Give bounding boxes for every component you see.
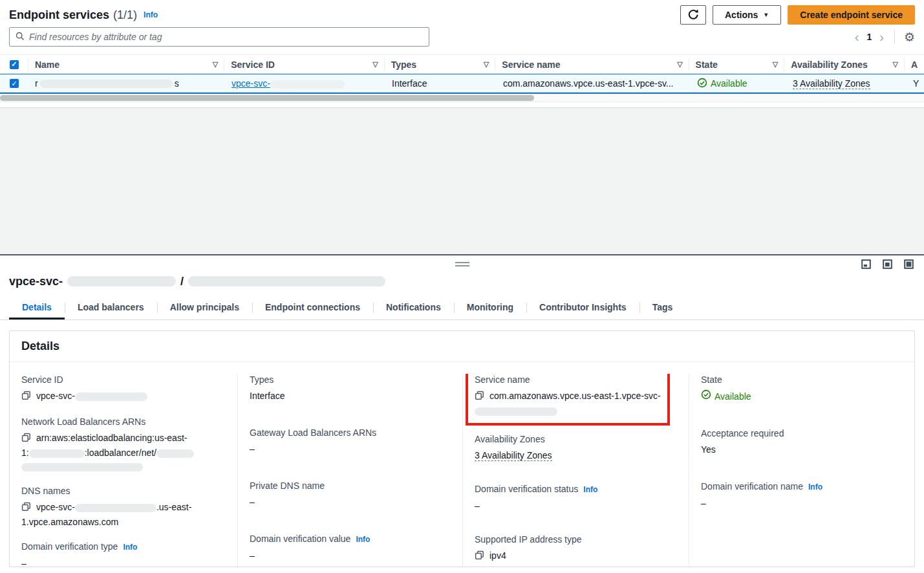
endpoint-services-table: ✓ Name ▽ Service ID ▽ Types ▽ Service na… xyxy=(0,54,924,107)
horizontal-scrollbar-thumb[interactable] xyxy=(0,95,534,101)
header-actions: Actions ▼ Create endpoint service xyxy=(680,5,915,25)
field-domain-verification-type: Domain verification typeInfo – xyxy=(21,541,226,567)
header-info-link[interactable]: Info xyxy=(144,10,158,19)
copy-icon[interactable] xyxy=(21,434,31,444)
redacted-account-id xyxy=(29,449,85,458)
tab-notifications[interactable]: Notifications xyxy=(373,296,454,319)
row-name-cell: r s xyxy=(28,78,225,89)
field-glb-arns: Gateway Load Balancers ARNs – xyxy=(250,427,451,456)
info-link[interactable]: Info xyxy=(808,482,822,492)
column-header-availability-zones[interactable]: Availability Zones ▽ xyxy=(784,55,905,74)
column-header-acceptance-truncated[interactable]: A xyxy=(905,55,924,74)
tab-endpoint-connections[interactable]: Endpoint connections xyxy=(252,296,373,319)
sort-icon[interactable]: ▽ xyxy=(213,60,218,69)
details-column-2: Types Interface Gateway Load Balancers A… xyxy=(238,374,463,567)
next-page-icon[interactable]: › xyxy=(878,30,885,43)
copy-icon[interactable] xyxy=(475,552,484,562)
redacted-name xyxy=(40,80,173,88)
details-column-4: State Available Acceptance required xyxy=(689,374,914,567)
previous-page-icon[interactable]: ‹ xyxy=(854,30,861,43)
field-state: State Available xyxy=(701,374,903,404)
state-available: Available xyxy=(701,389,903,404)
search-input[interactable] xyxy=(29,32,423,42)
copy-icon[interactable] xyxy=(21,503,31,514)
panel-title-separator: / xyxy=(180,275,184,288)
column-header-types[interactable]: Types ▽ xyxy=(385,55,496,74)
column-header-state[interactable]: State ▽ xyxy=(689,55,785,74)
split-panel: vpce-svc- / Details Load balancers Allow… xyxy=(0,254,924,573)
tab-tags[interactable]: Tags xyxy=(639,296,686,319)
sort-icon[interactable]: ▽ xyxy=(773,60,778,69)
row-service-id-cell: vpce-svc- xyxy=(225,78,385,89)
details-card-title: Details xyxy=(10,331,914,362)
field-domain-verification-status: Domain verification statusInfo – xyxy=(475,483,677,513)
select-all-cell: ✓ xyxy=(0,55,28,74)
row-checkbox[interactable]: ✓ xyxy=(10,79,19,88)
availability-zones-popover-trigger[interactable]: 3 Availability Zones xyxy=(793,78,870,89)
divider xyxy=(894,30,895,44)
info-link[interactable]: Info xyxy=(583,485,597,494)
info-link[interactable]: Info xyxy=(356,535,370,544)
row-availability-zones-cell: 3 Availability Zones xyxy=(786,78,907,89)
split-panel-header-bar xyxy=(0,255,924,272)
table-pagination: ‹ 1 › ⚙ xyxy=(854,30,915,44)
tab-load-balancers[interactable]: Load balancers xyxy=(65,296,157,319)
panel-position-full-icon[interactable] xyxy=(904,259,914,269)
search-icon xyxy=(16,32,25,43)
page-title: Endpoint services xyxy=(9,8,109,22)
redacted-lb-name xyxy=(156,449,194,458)
column-header-service-id[interactable]: Service ID ▽ xyxy=(224,55,384,74)
service-name-highlight-box: Service name com.amazonaws.vpce.us-east-… xyxy=(466,374,670,426)
tab-details[interactable]: Details xyxy=(9,296,65,319)
redacted-value xyxy=(475,407,557,416)
horizontal-scrollbar[interactable] xyxy=(0,94,924,102)
tab-allow-principals[interactable]: Allow principals xyxy=(157,296,252,319)
service-id-link[interactable]: vpce-svc- xyxy=(231,78,345,89)
row-types-cell: Interface xyxy=(385,78,497,89)
field-domain-verification-value: Domain verification valueInfo – xyxy=(250,533,451,563)
panel-position-split-icon[interactable] xyxy=(883,259,892,269)
redacted-value xyxy=(75,504,156,512)
tab-monitoring[interactable]: Monitoring xyxy=(454,296,526,319)
current-page[interactable]: 1 xyxy=(866,32,872,42)
availability-zones-popover-trigger[interactable]: 3 Availability Zones xyxy=(475,450,552,461)
search-box[interactable] xyxy=(9,27,429,47)
sort-icon[interactable]: ▽ xyxy=(892,60,897,69)
field-service-name: Service name com.amazonaws.vpce.us-east-… xyxy=(475,374,661,418)
actions-button[interactable]: Actions ▼ xyxy=(713,5,781,25)
refresh-button[interactable] xyxy=(680,5,706,25)
panel-title-prefix: vpce-svc- xyxy=(9,275,63,288)
table-settings-gear-icon[interactable]: ⚙ xyxy=(904,31,915,43)
column-header-service-name[interactable]: Service name ▽ xyxy=(495,55,689,74)
redacted-value xyxy=(75,393,147,401)
sort-icon[interactable]: ▽ xyxy=(372,60,378,69)
tab-contributor-insights[interactable]: Contributor Insights xyxy=(526,296,639,319)
row-state-cell: Available xyxy=(691,78,786,90)
column-header-name[interactable]: Name ▽ xyxy=(28,55,224,74)
details-card: Details Service ID vpce-svc- Network Loa… xyxy=(9,330,915,567)
row-select-cell: ✓ xyxy=(0,79,28,88)
copy-icon[interactable] xyxy=(475,392,484,402)
field-types: Types Interface xyxy=(250,374,451,403)
details-column-3: Service name com.amazonaws.vpce.us-east-… xyxy=(463,374,689,567)
search-row: ‹ 1 › ⚙ xyxy=(0,26,924,54)
field-supported-ip-type: Supported IP address type ipv4 xyxy=(475,534,677,564)
table-row[interactable]: ✓ r s vpce-svc- Interface com.amazonaws.… xyxy=(0,74,924,94)
sort-icon[interactable]: ▽ xyxy=(484,60,489,69)
check-circle-icon xyxy=(701,389,711,404)
panel-position-bottom-icon[interactable] xyxy=(861,259,871,269)
panel-tabs: Details Load balancers Allow principals … xyxy=(0,296,924,320)
select-all-checkbox[interactable]: ✓ xyxy=(10,60,19,69)
panel-resize-handle[interactable] xyxy=(455,262,469,266)
create-endpoint-service-button[interactable]: Create endpoint service xyxy=(788,5,915,25)
details-card-body: Service ID vpce-svc- Network Load Balanc… xyxy=(10,362,914,567)
redacted-service-id xyxy=(270,80,345,89)
info-link[interactable]: Info xyxy=(123,543,137,552)
actions-button-label: Actions xyxy=(725,10,758,20)
field-domain-verification-name: Domain verification nameInfo – xyxy=(701,481,903,510)
copy-icon[interactable] xyxy=(21,392,31,402)
state-available: Available xyxy=(697,78,747,90)
details-column-1: Service ID vpce-svc- Network Load Balanc… xyxy=(10,374,238,567)
field-dns-names: DNS names vpce-svc-.us-east- 1.vpce.amaz… xyxy=(21,485,226,529)
sort-icon[interactable]: ▽ xyxy=(677,60,682,69)
